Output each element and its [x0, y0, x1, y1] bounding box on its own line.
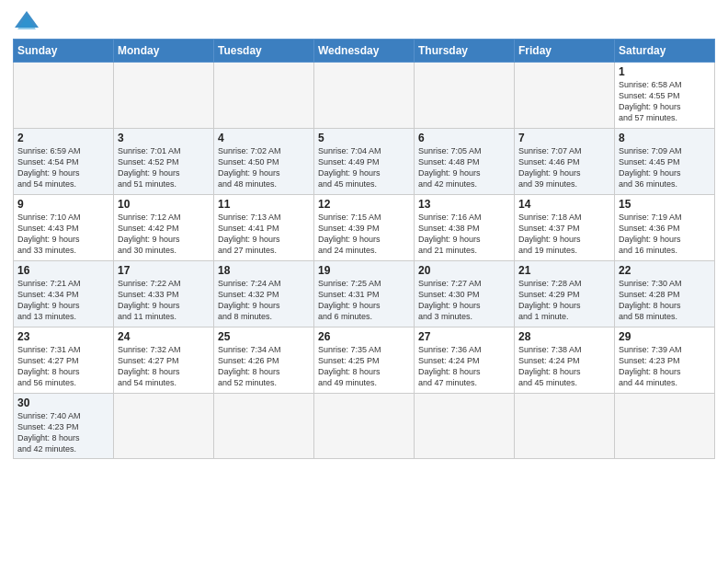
day-info: Sunrise: 7:07 AM Sunset: 4:46 PM Dayligh…	[518, 145, 610, 190]
calendar-cell: 9Sunrise: 7:10 AM Sunset: 4:43 PM Daylig…	[14, 195, 114, 261]
weekday-header-wednesday: Wednesday	[314, 40, 415, 63]
day-number: 1	[619, 65, 711, 78]
calendar-cell: 3Sunrise: 7:01 AM Sunset: 4:52 PM Daylig…	[114, 129, 214, 195]
day-info: Sunrise: 7:25 AM Sunset: 4:31 PM Dayligh…	[318, 278, 410, 323]
calendar-cell: 2Sunrise: 6:59 AM Sunset: 4:54 PM Daylig…	[14, 129, 114, 195]
day-number: 9	[17, 198, 109, 211]
calendar-week-row: 2Sunrise: 6:59 AM Sunset: 4:54 PM Daylig…	[14, 129, 715, 195]
day-info: Sunrise: 7:15 AM Sunset: 4:39 PM Dayligh…	[318, 212, 410, 257]
day-info: Sunrise: 7:22 AM Sunset: 4:33 PM Dayligh…	[118, 278, 210, 323]
calendar-cell	[214, 63, 314, 129]
day-info: Sunrise: 7:04 AM Sunset: 4:49 PM Dayligh…	[318, 145, 410, 190]
calendar-cell: 1Sunrise: 6:58 AM Sunset: 4:55 PM Daylig…	[615, 63, 715, 129]
day-number: 11	[218, 198, 310, 211]
calendar-cell: 28Sunrise: 7:38 AM Sunset: 4:24 PM Dayli…	[515, 327, 615, 394]
day-info: Sunrise: 7:13 AM Sunset: 4:41 PM Dayligh…	[218, 212, 310, 257]
weekday-header-sunday: Sunday	[14, 40, 114, 63]
day-number: 16	[17, 264, 109, 277]
day-info: Sunrise: 7:18 AM Sunset: 4:37 PM Dayligh…	[518, 212, 610, 257]
day-number: 8	[619, 132, 711, 144]
day-number: 23	[17, 330, 109, 343]
calendar-cell: 17Sunrise: 7:22 AM Sunset: 4:33 PM Dayli…	[114, 261, 214, 327]
calendar-cell	[515, 63, 615, 129]
logo-icon	[13, 9, 40, 33]
calendar-cell: 10Sunrise: 7:12 AM Sunset: 4:42 PM Dayli…	[114, 195, 214, 261]
day-info: Sunrise: 7:34 AM Sunset: 4:26 PM Dayligh…	[218, 344, 310, 389]
calendar-cell: 8Sunrise: 7:09 AM Sunset: 4:45 PM Daylig…	[615, 129, 715, 195]
calendar-cell: 14Sunrise: 7:18 AM Sunset: 4:37 PM Dayli…	[515, 195, 615, 261]
day-info: Sunrise: 7:28 AM Sunset: 4:29 PM Dayligh…	[518, 278, 610, 323]
day-info: Sunrise: 7:38 AM Sunset: 4:24 PM Dayligh…	[518, 344, 610, 389]
day-number: 15	[619, 198, 711, 211]
header	[13, 9, 715, 33]
day-number: 13	[418, 198, 510, 211]
calendar-week-row: 23Sunrise: 7:31 AM Sunset: 4:27 PM Dayli…	[14, 327, 715, 394]
calendar-cell: 30Sunrise: 7:40 AM Sunset: 4:23 PM Dayli…	[14, 394, 114, 459]
day-info: Sunrise: 7:32 AM Sunset: 4:27 PM Dayligh…	[118, 344, 210, 389]
calendar-cell: 22Sunrise: 7:30 AM Sunset: 4:28 PM Dayli…	[615, 261, 715, 327]
weekday-header-saturday: Saturday	[615, 40, 715, 63]
calendar-cell: 23Sunrise: 7:31 AM Sunset: 4:27 PM Dayli…	[14, 327, 114, 394]
day-number: 27	[418, 330, 510, 343]
day-info: Sunrise: 7:24 AM Sunset: 4:32 PM Dayligh…	[218, 278, 310, 323]
weekday-header-thursday: Thursday	[415, 40, 515, 63]
day-info: Sunrise: 7:30 AM Sunset: 4:28 PM Dayligh…	[619, 278, 711, 323]
day-number: 20	[418, 264, 510, 277]
calendar: SundayMondayTuesdayWednesdayThursdayFrid…	[13, 39, 715, 459]
day-number: 21	[518, 264, 610, 277]
calendar-cell	[114, 63, 214, 129]
calendar-week-row: 1Sunrise: 6:58 AM Sunset: 4:55 PM Daylig…	[14, 63, 715, 129]
calendar-cell: 11Sunrise: 7:13 AM Sunset: 4:41 PM Dayli…	[214, 195, 314, 261]
day-info: Sunrise: 7:27 AM Sunset: 4:30 PM Dayligh…	[418, 278, 510, 323]
day-info: Sunrise: 7:35 AM Sunset: 4:25 PM Dayligh…	[318, 344, 410, 389]
calendar-cell	[214, 394, 314, 459]
calendar-cell: 29Sunrise: 7:39 AM Sunset: 4:23 PM Dayli…	[615, 327, 715, 394]
calendar-cell: 25Sunrise: 7:34 AM Sunset: 4:26 PM Dayli…	[214, 327, 314, 394]
calendar-cell	[314, 394, 415, 459]
day-number: 3	[118, 132, 210, 144]
day-info: Sunrise: 7:05 AM Sunset: 4:48 PM Dayligh…	[418, 145, 510, 190]
day-info: Sunrise: 7:39 AM Sunset: 4:23 PM Dayligh…	[619, 344, 711, 389]
calendar-cell: 26Sunrise: 7:35 AM Sunset: 4:25 PM Dayli…	[314, 327, 415, 394]
day-info: Sunrise: 7:01 AM Sunset: 4:52 PM Dayligh…	[118, 145, 210, 190]
day-info: Sunrise: 7:36 AM Sunset: 4:24 PM Dayligh…	[418, 344, 510, 389]
calendar-week-row: 16Sunrise: 7:21 AM Sunset: 4:34 PM Dayli…	[14, 261, 715, 327]
day-number: 24	[118, 330, 210, 343]
calendar-cell: 5Sunrise: 7:04 AM Sunset: 4:49 PM Daylig…	[314, 129, 415, 195]
day-number: 25	[218, 330, 310, 343]
day-info: Sunrise: 7:16 AM Sunset: 4:38 PM Dayligh…	[418, 212, 510, 257]
calendar-cell: 16Sunrise: 7:21 AM Sunset: 4:34 PM Dayli…	[14, 261, 114, 327]
weekday-header-monday: Monday	[114, 40, 214, 63]
day-info: Sunrise: 7:31 AM Sunset: 4:27 PM Dayligh…	[17, 344, 109, 389]
calendar-cell	[114, 394, 214, 459]
day-info: Sunrise: 7:02 AM Sunset: 4:50 PM Dayligh…	[218, 145, 310, 190]
calendar-cell: 24Sunrise: 7:32 AM Sunset: 4:27 PM Dayli…	[114, 327, 214, 394]
day-number: 30	[17, 396, 109, 409]
day-number: 17	[118, 264, 210, 277]
day-number: 5	[318, 132, 410, 144]
day-number: 18	[218, 264, 310, 277]
calendar-cell	[515, 394, 615, 459]
calendar-cell: 15Sunrise: 7:19 AM Sunset: 4:36 PM Dayli…	[615, 195, 715, 261]
day-info: Sunrise: 7:10 AM Sunset: 4:43 PM Dayligh…	[17, 212, 109, 257]
day-number: 29	[619, 330, 711, 343]
calendar-cell	[415, 63, 515, 129]
day-number: 28	[518, 330, 610, 343]
day-number: 26	[318, 330, 410, 343]
calendar-cell	[14, 63, 114, 129]
day-number: 10	[118, 198, 210, 211]
day-info: Sunrise: 6:59 AM Sunset: 4:54 PM Dayligh…	[17, 145, 109, 190]
page: SundayMondayTuesdayWednesdayThursdayFrid…	[0, 0, 728, 563]
weekday-header-row: SundayMondayTuesdayWednesdayThursdayFrid…	[14, 40, 715, 63]
calendar-cell	[415, 394, 515, 459]
day-number: 2	[17, 132, 109, 144]
logo	[13, 9, 44, 33]
calendar-cell: 6Sunrise: 7:05 AM Sunset: 4:48 PM Daylig…	[415, 129, 515, 195]
calendar-cell: 12Sunrise: 7:15 AM Sunset: 4:39 PM Dayli…	[314, 195, 415, 261]
calendar-cell: 4Sunrise: 7:02 AM Sunset: 4:50 PM Daylig…	[214, 129, 314, 195]
day-info: Sunrise: 7:40 AM Sunset: 4:23 PM Dayligh…	[17, 410, 109, 455]
day-number: 19	[318, 264, 410, 277]
weekday-header-tuesday: Tuesday	[214, 40, 314, 63]
day-number: 14	[518, 198, 610, 211]
calendar-cell: 27Sunrise: 7:36 AM Sunset: 4:24 PM Dayli…	[415, 327, 515, 394]
